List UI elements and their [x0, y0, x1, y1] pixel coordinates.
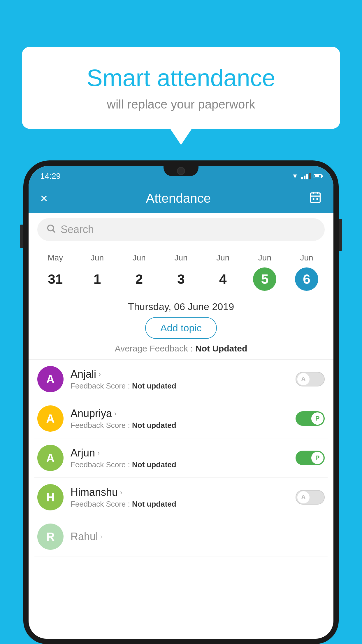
months-row: May Jun Jun Jun Jun Jun Jun: [34, 252, 328, 264]
selected-date: Thursday, 06 June 2019: [29, 301, 333, 312]
student-name-himanshu: Himanshu ›: [71, 486, 289, 498]
avg-feedback: Average Feedback : Not Updated: [29, 344, 333, 356]
battery-icon: [314, 174, 322, 178]
signal-bar-1: [301, 177, 303, 179]
student-name-arjun: Arjun ›: [71, 447, 289, 459]
chevron-arjun: ›: [97, 449, 100, 457]
toggle-knob-anupriya: P: [311, 412, 324, 425]
student-item-himanshu[interactable]: H Himanshu › Feedback Score : Not update…: [34, 478, 328, 517]
signal-bars: [301, 173, 311, 179]
date-2[interactable]: 2: [118, 266, 160, 292]
feedback-anjali: Feedback Score : Not updated: [71, 382, 289, 391]
toggle-knob-himanshu: A: [297, 491, 310, 503]
chevron-anjali: ›: [99, 370, 101, 378]
svg-rect-4: [313, 198, 314, 200]
avatar-arjun: A: [37, 445, 64, 471]
phone-screen: 14:29 ▼ × At: [29, 166, 333, 639]
avg-feedback-label: Average Feedback :: [115, 344, 195, 353]
month-jun-5: Jun: [244, 252, 286, 264]
date-31[interactable]: 31: [34, 266, 76, 292]
dates-row: 31 1 2 3 4 5 6: [34, 266, 328, 292]
student-name-anupriya: Anupriya ›: [71, 407, 289, 420]
svg-rect-5: [317, 198, 318, 200]
wifi-icon: ▼: [292, 172, 298, 180]
date-5-today[interactable]: 5: [244, 266, 286, 292]
speech-bubble-subtitle: will replace your paperwork: [45, 97, 317, 111]
toggle-knob-arjun: P: [311, 452, 324, 464]
student-info-arjun: Arjun › Feedback Score : Not updated: [71, 447, 289, 469]
phone-frame: 14:29 ▼ × At: [23, 160, 339, 644]
search-container: Search: [29, 213, 333, 246]
student-info-himanshu: Himanshu › Feedback Score : Not updated: [71, 486, 289, 509]
month-jun-1: Jun: [76, 252, 118, 264]
phone-power-button: [339, 219, 342, 251]
date-1[interactable]: 1: [76, 266, 118, 292]
student-list: A Anjali › Feedback Score : Not updated …: [29, 360, 333, 556]
app-header: × Attendance: [29, 184, 333, 213]
toggle-anjali[interactable]: A: [296, 372, 325, 386]
month-may: May: [34, 252, 76, 264]
month-jun-6: Jun: [286, 252, 328, 264]
signal-bar-2: [304, 176, 305, 179]
date-4[interactable]: 4: [202, 266, 244, 292]
phone-camera: [177, 167, 185, 175]
month-jun-3: Jun: [160, 252, 202, 264]
speech-bubble-title: Smart attendance: [45, 64, 317, 92]
speech-bubble-container: Smart attendance will replace your paper…: [22, 47, 340, 129]
search-input[interactable]: Search: [61, 223, 94, 236]
phone-notch: [164, 166, 198, 176]
toggle-himanshu[interactable]: A: [296, 490, 325, 505]
avatar-anupriya: A: [37, 405, 64, 432]
student-name-anjali: Anjali ›: [71, 368, 289, 380]
chevron-anupriya: ›: [114, 410, 117, 418]
status-time: 14:29: [40, 172, 61, 181]
feedback-anupriya: Feedback Score : Not updated: [71, 421, 289, 430]
feedback-arjun: Feedback Score : Not updated: [71, 460, 289, 469]
battery-fill: [315, 175, 319, 177]
avg-feedback-value: Not Updated: [195, 344, 247, 353]
toggle-anupriya[interactable]: P: [296, 411, 325, 426]
avatar-partial: R: [37, 524, 64, 550]
svg-rect-0: [310, 193, 320, 202]
calendar-strip: May Jun Jun Jun Jun Jun Jun 31 1 2 3 4 5…: [29, 246, 333, 295]
date-info-section: Thursday, 06 June 2019 Add topic Average…: [29, 295, 333, 359]
student-item-anupriya[interactable]: A Anupriya › Feedback Score : Not update…: [34, 399, 328, 438]
toggle-knob-anjali: A: [297, 373, 310, 385]
date-3[interactable]: 3: [160, 266, 202, 292]
search-bar[interactable]: Search: [37, 218, 325, 241]
student-item-arjun[interactable]: A Arjun › Feedback Score : Not updated P: [34, 438, 328, 478]
signal-bar-3: [306, 174, 308, 179]
close-button[interactable]: ×: [40, 191, 48, 206]
chevron-himanshu: ›: [120, 488, 122, 496]
student-info-partial: Rahul ›: [71, 531, 325, 543]
header-title: Attendance: [146, 191, 211, 206]
avatar-himanshu: H: [37, 484, 64, 510]
status-icons: ▼: [292, 172, 322, 180]
svg-point-6: [48, 225, 54, 231]
month-jun-2: Jun: [118, 252, 160, 264]
calendar-icon[interactable]: [309, 191, 322, 206]
phone-outer: 14:29 ▼ × At: [23, 160, 339, 644]
student-item-anjali[interactable]: A Anjali › Feedback Score : Not updated …: [34, 360, 328, 399]
battery-tip: [322, 175, 323, 177]
chevron-partial: ›: [100, 533, 103, 541]
feedback-himanshu: Feedback Score : Not updated: [71, 500, 289, 509]
avatar-anjali: A: [37, 366, 64, 392]
toggle-arjun[interactable]: P: [296, 451, 325, 465]
student-item-partial: R Rahul ›: [34, 517, 328, 556]
search-icon: [46, 223, 56, 236]
signal-bar-4: [309, 173, 311, 179]
speech-bubble: Smart attendance will replace your paper…: [22, 47, 340, 129]
date-6-selected[interactable]: 6: [286, 266, 328, 292]
svg-line-7: [53, 230, 55, 232]
month-jun-4: Jun: [202, 252, 244, 264]
add-topic-button[interactable]: Add topic: [145, 317, 217, 339]
student-info-anupriya: Anupriya › Feedback Score : Not updated: [71, 407, 289, 430]
phone-volume-button: [20, 225, 23, 248]
student-name-partial: Rahul ›: [71, 531, 325, 543]
student-info-anjali: Anjali › Feedback Score : Not updated: [71, 368, 289, 391]
